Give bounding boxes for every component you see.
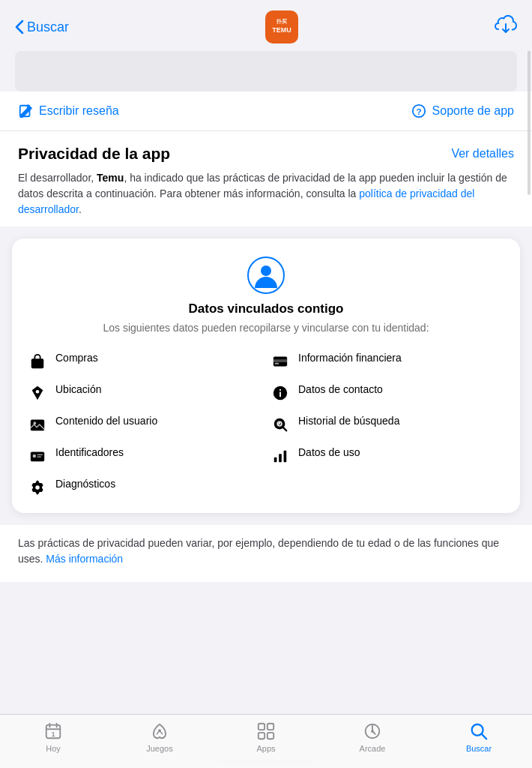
data-item-compras: Compras xyxy=(27,351,262,372)
privacy-description: El desarrollador, Temu, ha indicado que … xyxy=(18,170,514,218)
developer-name: Temu xyxy=(97,172,124,184)
creditcard-icon xyxy=(270,351,291,372)
back-button[interactable]: Buscar xyxy=(15,20,69,35)
write-review-label: Escribir reseña xyxy=(39,104,119,118)
apps-icon xyxy=(256,721,276,742)
privacy-card-icon xyxy=(27,256,505,294)
data-item-identificadores: Identificadores xyxy=(27,446,262,466)
juegos-icon xyxy=(149,721,170,742)
info-icon xyxy=(270,382,291,404)
app-support-label: Soporte de app xyxy=(432,104,514,118)
svg-rect-10 xyxy=(273,359,287,362)
svg-text:扑买: 扑买 xyxy=(276,19,288,24)
hoy-icon: 1 xyxy=(43,721,64,742)
search-history-icon xyxy=(270,414,291,435)
compras-label: Compras xyxy=(55,351,98,364)
app-logo: 扑买 TEMU xyxy=(265,10,298,44)
tab-hoy[interactable]: 1 Hoy xyxy=(31,721,76,753)
svg-line-20 xyxy=(283,428,286,430)
svg-point-7 xyxy=(261,266,271,276)
data-item-financiera: Información financiera xyxy=(270,351,505,372)
scrollbar[interactable] xyxy=(528,45,531,195)
data-item-ubicacion: Ubicación xyxy=(27,382,262,404)
tab-juegos[interactable]: Juegos xyxy=(137,721,182,753)
contenido-label: Contenido del usuario xyxy=(55,414,157,428)
buscar-icon xyxy=(468,721,489,742)
tab-hoy-label: Hoy xyxy=(46,744,61,753)
privacy-card-title: Datos vinculados contigo xyxy=(27,302,505,316)
tab-apps-label: Apps xyxy=(256,744,275,753)
app-header: Buscar 扑买 TEMU xyxy=(0,0,532,51)
svg-text:TEMU: TEMU xyxy=(272,26,291,34)
download-button[interactable] xyxy=(495,14,517,40)
tab-bar: 1 Hoy Juegos Apps xyxy=(0,714,532,768)
financiera-label: Información financiera xyxy=(298,351,402,364)
uso-label: Datos de uso xyxy=(298,446,360,459)
svg-rect-28 xyxy=(274,457,277,461)
svg-rect-11 xyxy=(275,362,279,364)
tab-juegos-label: Juegos xyxy=(146,744,172,753)
svg-point-15 xyxy=(279,388,281,390)
svg-rect-26 xyxy=(37,454,43,454)
tab-arcade-label: Arcade xyxy=(360,744,386,753)
historial-label: Historial de búsqueda xyxy=(298,414,399,428)
tab-buscar[interactable]: Buscar xyxy=(456,721,501,753)
bag-icon xyxy=(27,351,48,372)
data-item-contenido: Contenido del usuario xyxy=(27,414,262,435)
svg-text:1: 1 xyxy=(52,730,55,738)
svg-point-25 xyxy=(33,454,37,458)
write-review-button[interactable]: Escribir reseña xyxy=(18,104,119,118)
contacto-label: Datos de contacto xyxy=(298,382,383,396)
id-icon xyxy=(27,446,48,466)
privacy-desc-part1: El desarrollador, xyxy=(18,172,97,184)
svg-text:?: ? xyxy=(416,106,421,117)
diagnosticos-label: Diagnósticos xyxy=(55,477,115,490)
svg-point-12 xyxy=(36,389,40,393)
data-item-diagnosticos: Diagnósticos xyxy=(27,477,262,498)
arcade-icon xyxy=(362,721,383,742)
svg-line-45 xyxy=(482,734,486,739)
svg-point-44 xyxy=(472,724,483,736)
svg-point-31 xyxy=(35,485,40,490)
privacy-header: Privacidad de la app Ver detalles xyxy=(18,145,514,163)
svg-rect-8 xyxy=(31,358,44,368)
data-grid: Compras Información financiera xyxy=(27,351,505,498)
privacy-card-subtitle: Los siguientes datos pueden recopilarse … xyxy=(27,321,505,336)
svg-rect-27 xyxy=(37,456,41,457)
app-support-button[interactable]: ? Soporte de app xyxy=(411,104,514,118)
privacy-note: Las prácticas de privacidad pueden varia… xyxy=(0,525,532,582)
identificadores-label: Identificadores xyxy=(55,446,124,459)
privacy-details-link[interactable]: Ver detalles xyxy=(451,147,514,160)
location-icon xyxy=(27,382,48,404)
svg-rect-40 xyxy=(259,733,265,739)
actions-row: Escribir reseña ? Soporte de app xyxy=(0,92,532,131)
chart-icon xyxy=(270,446,291,466)
svg-rect-41 xyxy=(267,733,273,739)
svg-rect-39 xyxy=(267,724,273,730)
ubicacion-label: Ubicación xyxy=(55,382,101,396)
svg-point-43 xyxy=(371,730,374,733)
tab-buscar-label: Buscar xyxy=(466,744,492,753)
svg-rect-29 xyxy=(279,454,282,462)
privacy-section: Privacidad de la app Ver detalles El des… xyxy=(0,131,532,226)
tab-arcade[interactable]: Arcade xyxy=(350,721,395,753)
photo-icon xyxy=(27,414,48,435)
back-label: Buscar xyxy=(27,20,69,35)
tab-apps[interactable]: Apps xyxy=(244,721,288,753)
privacy-title: Privacidad de la app xyxy=(18,145,170,163)
svg-rect-38 xyxy=(259,724,265,730)
svg-rect-14 xyxy=(279,392,281,397)
privacy-card: Datos vinculados contigo Los siguientes … xyxy=(12,238,520,513)
privacy-note-link[interactable]: Más información xyxy=(46,553,123,565)
gear-icon xyxy=(27,477,48,498)
svg-rect-30 xyxy=(284,450,287,462)
data-item-historial: Historial de búsqueda xyxy=(270,414,505,435)
screenshot-bar xyxy=(15,51,517,92)
data-item-contacto: Datos de contacto xyxy=(270,382,505,404)
data-item-uso: Datos de uso xyxy=(270,446,505,466)
privacy-desc-end: . xyxy=(79,203,82,215)
